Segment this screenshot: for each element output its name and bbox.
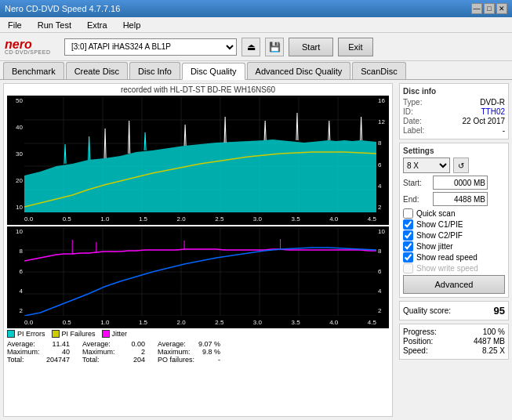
pi-failures-avg-row: Average: 0.00 — [82, 340, 145, 348]
start-label: Start: — [403, 179, 430, 187]
end-row: End: — [403, 192, 505, 206]
speed-row: 8 X ↺ — [403, 158, 505, 173]
speed-select[interactable]: 8 X — [403, 158, 450, 173]
tab-disc-quality[interactable]: Disc Quality — [182, 63, 245, 80]
pi-failures-avg-value: 0.00 — [131, 340, 145, 348]
chart-title: recorded with HL-DT-ST BD-RE WH16NS60 — [4, 84, 392, 96]
disc-id-label: ID: — [403, 107, 413, 116]
disc-label-row: Label: - — [403, 126, 505, 135]
pi-errors-total-row: Total: 204747 — [7, 356, 70, 364]
charts-wrapper: 5040302010 16128642 0.00.51.01.52.02.53.… — [4, 96, 392, 328]
pi-errors-avg-row: Average: 11.41 — [7, 340, 70, 348]
menu-run-test[interactable]: Run Test — [33, 19, 76, 31]
quality-score-section: Quality score: 95 — [399, 301, 509, 320]
drive-select[interactable]: [3:0] ATAPI iHAS324 A BL1P — [64, 38, 237, 56]
progress-row: Progress: 100 % — [403, 328, 505, 336]
jitter-max-row: Maximum: 9.8 % — [158, 348, 220, 356]
tab-bar: Benchmark Create Disc Disc Info Disc Qua… — [0, 61, 512, 80]
pi-failures-total-label: Total: — [82, 356, 100, 364]
bottom-chart-x-axis: 0.00.51.01.52.02.53.03.54.04.5 — [24, 316, 376, 328]
refresh-icon-btn[interactable]: ↺ — [453, 158, 469, 173]
pi-errors-avg-value: 11.41 — [52, 340, 70, 348]
end-input[interactable] — [433, 192, 488, 206]
legend-pi-failures: PI Failures — [52, 330, 96, 338]
save-icon-btn[interactable]: 💾 — [265, 38, 284, 56]
pi-errors-max-value: 40 — [62, 348, 70, 356]
bottom-chart-y-left: 108642 — [7, 226, 24, 316]
legend-jitter: Jitter — [102, 330, 128, 338]
nero-logo: nero CD·DVD/SPEED — [5, 36, 60, 58]
disc-label-label: Label: — [403, 126, 424, 135]
pi-errors-stats: Average: 11.41 Maximum: 40 Total: 204747 — [7, 340, 70, 364]
disc-date-label: Date: — [403, 117, 422, 125]
pi-failures-stats: Average: 0.00 Maximum: 2 Total: 204 — [82, 340, 145, 364]
show-write-speed-checkbox[interactable] — [403, 263, 413, 273]
disc-id-value: TTH02 — [481, 107, 505, 116]
top-chart-x-axis: 0.00.51.01.52.02.53.03.54.04.5 — [24, 212, 376, 225]
pi-failures-total-value: 204 — [133, 356, 145, 364]
top-chart-y-left: 5040302010 — [7, 96, 24, 212]
main-content: recorded with HL-DT-ST BD-RE WH16NS60 50… — [0, 80, 512, 420]
quick-scan-label: Quick scan — [416, 209, 455, 218]
disc-date-value: 22 Oct 2017 — [463, 117, 505, 125]
show-read-speed-label: Show read speed — [416, 253, 478, 262]
tab-create-disc[interactable]: Create Disc — [66, 62, 128, 79]
menu-extra[interactable]: Extra — [82, 19, 112, 31]
legend-jitter-label: Jitter — [112, 330, 128, 338]
pi-failures-max-value: 2 — [141, 348, 145, 356]
tab-advanced-disc-quality[interactable]: Advanced Disc Quality — [247, 62, 351, 79]
disc-type-row: Type: DVD-R — [403, 98, 505, 107]
chart-area: recorded with HL-DT-ST BD-RE WH16NS60 50… — [3, 83, 393, 417]
show-c1-checkbox[interactable] — [403, 219, 413, 230]
menu-file[interactable]: File — [3, 19, 27, 31]
legend-stats: Average: 11.41 Maximum: 40 Total: 204747… — [4, 339, 392, 364]
pi-errors-avg-label: Average: — [7, 340, 35, 348]
show-c1-label: Show C1/PIE — [416, 220, 463, 229]
quick-scan-row: Quick scan — [403, 208, 505, 219]
disc-type-label: Type: — [403, 98, 422, 107]
show-read-speed-checkbox[interactable] — [403, 252, 413, 262]
speed-row-2: Speed: 8.25 X — [403, 346, 505, 355]
pi-failures-max-label: Maximum: — [82, 348, 115, 356]
position-label: Position: — [403, 337, 433, 346]
progress-section: Progress: 100 % Position: 4487 MB Speed:… — [399, 324, 509, 360]
start-button[interactable]: Start — [289, 38, 333, 56]
show-write-speed-row: Show write speed — [403, 263, 505, 273]
maximize-btn[interactable]: □ — [484, 3, 495, 14]
bottom-chart-inner — [24, 228, 376, 316]
exit-button[interactable]: Exit — [338, 38, 372, 56]
nero-sub-text: CD·DVD/SPEED — [5, 49, 51, 55]
close-btn[interactable]: ✕ — [496, 3, 507, 14]
bottom-chart: 108642 108642 0.00.51.01.52.02.53.03.54.… — [7, 226, 389, 328]
disc-info-section: Disc info Type: DVD-R ID: TTH02 Date: 22… — [399, 83, 509, 139]
show-c2-checkbox[interactable] — [403, 230, 413, 241]
disc-info-title: Disc info — [403, 87, 505, 96]
top-chart-inner — [24, 97, 376, 212]
right-panel: Disc info Type: DVD-R ID: TTH02 Date: 22… — [396, 80, 512, 420]
tab-scan-disc[interactable]: ScanDisc — [352, 62, 405, 79]
minimize-btn[interactable]: — — [471, 3, 482, 14]
advanced-button[interactable]: Advanced — [403, 275, 505, 294]
jitter-po-row: PO failures: - — [158, 356, 220, 364]
legend-pi-errors: PI Errors — [7, 330, 45, 338]
tab-disc-info[interactable]: Disc Info — [129, 62, 180, 79]
quality-score-row: Quality score: 95 — [403, 305, 505, 317]
settings-section: Settings 8 X ↺ Start: End: Quick scan — [399, 143, 509, 298]
title-bar: Nero CD-DVD Speed 4.7.7.16 — □ ✕ — [0, 0, 512, 17]
tab-benchmark[interactable]: Benchmark — [3, 62, 64, 79]
start-row: Start: — [403, 176, 505, 190]
pi-errors-max-row: Maximum: 40 — [7, 348, 70, 356]
top-chart: 5040302010 16128642 0.00.51.01.52.02.53.… — [7, 96, 389, 225]
start-input[interactable] — [433, 176, 488, 190]
quick-scan-checkbox[interactable] — [403, 208, 413, 219]
menu-help[interactable]: Help — [118, 19, 146, 31]
eject-icon-btn[interactable]: ⏏ — [241, 38, 260, 56]
disc-date-row: Date: 22 Oct 2017 — [403, 117, 505, 125]
settings-title: Settings — [403, 147, 505, 155]
pi-failures-max-row: Maximum: 2 — [82, 348, 145, 356]
pi-errors-total-label: Total: — [7, 356, 24, 364]
progress-value: 100 % — [483, 328, 505, 336]
jitter-color — [102, 330, 110, 338]
show-jitter-checkbox[interactable] — [403, 241, 413, 252]
quality-score-value: 95 — [494, 305, 505, 317]
